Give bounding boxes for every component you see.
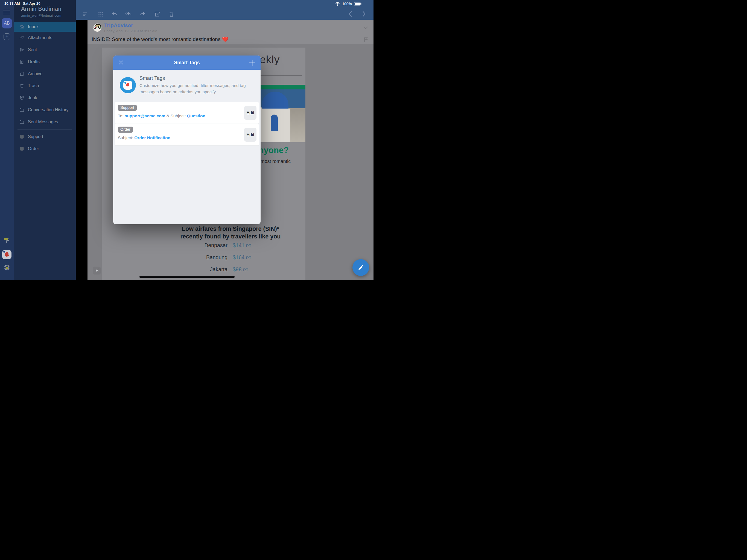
tag-criteria: Subject: Order Notification [118, 135, 170, 140]
trash-icon[interactable] [168, 11, 175, 18]
fares-title-line2: recently found by travellers like you [149, 233, 312, 240]
reply-all-icon[interactable] [125, 11, 132, 18]
fare-price[interactable]: $164 RT [233, 254, 251, 261]
sidebar-item-label: Support [28, 134, 43, 139]
collapse-header-chevron-icon[interactable] [363, 26, 368, 29]
fare-price[interactable]: $141 RT [233, 242, 251, 249]
home-indicator[interactable] [139, 276, 235, 278]
fares-title-line1: Low airfares from Singapore (SIN)* [149, 226, 312, 232]
document-icon [19, 59, 25, 65]
smart-tags-info-description: Customize how you get notified, filter m… [139, 82, 261, 95]
sidebar-item-label: Conversation History [28, 107, 69, 112]
bookmark-flag-icon[interactable] [364, 37, 368, 42]
sidebar-item-inbox[interactable]: Inbox [14, 22, 76, 32]
tag-icon [19, 146, 25, 152]
sidebar-item-label: Archive [28, 71, 42, 76]
sidebar-item-attachments[interactable]: Attachments [14, 32, 76, 44]
paint-roller-icon [3, 237, 10, 244]
personalization-button[interactable] [0, 237, 14, 244]
smart-tags-info-icon [120, 77, 136, 93]
arrow-left-dashed-icon [94, 268, 99, 273]
add-tag-icon[interactable] [249, 59, 256, 66]
sent-timestamp: Friday, April 19, 2019 at 9:37 AM [104, 29, 157, 33]
tag-card-support[interactable]: Support To: support@acme.com & Subject: … [115, 102, 259, 124]
paper-plane-icon [19, 47, 25, 52]
folder-icon [19, 119, 25, 125]
criteria-link-subject[interactable]: Order Notification [134, 135, 170, 140]
status-date: Sat Apr 20 [23, 1, 41, 5]
add-account-button[interactable]: + [4, 33, 10, 40]
sidebar-item-support-tag[interactable]: Support [14, 131, 76, 143]
grid-apps-icon[interactable] [98, 11, 104, 18]
smart-tags-info-title: Smart Tags [139, 75, 165, 81]
archive-box-icon [19, 71, 25, 77]
sidebar-item-archive[interactable]: Archive [14, 68, 76, 80]
folder-icon [19, 107, 25, 113]
account-name: Armin Budiman [21, 5, 76, 12]
tag-badge: Order [118, 127, 133, 133]
sender-avatar-tripadvisor [93, 24, 101, 32]
tag-card-order[interactable]: Order Subject: Order Notification Edit [115, 124, 259, 146]
sidebar-item-label: Junk [28, 96, 37, 100]
smart-tags-modal: Smart Tags Smart Tags Customize how you … [113, 55, 261, 224]
fare-city: Bandung [173, 254, 228, 261]
trash-icon [19, 83, 25, 88]
collapse-list-button[interactable] [93, 266, 101, 275]
sidebar-item-label: Sent Messages [28, 120, 58, 124]
criteria-link-to[interactable]: support@acme.com [125, 113, 165, 118]
archive-icon[interactable] [154, 11, 160, 18]
sender-name[interactable]: TripAdvisor [104, 22, 133, 28]
status-bar-right: 100% [335, 2, 361, 6]
sidebar-item-label: Inbox [28, 24, 38, 29]
battery-percent: 100% [342, 2, 352, 6]
paperclip-icon [19, 35, 25, 41]
app-root: 10:33 AM Sat Apr 20 AB + ⚙ [0, 0, 374, 280]
newsletter-headline-fragment: nyone? [259, 146, 289, 155]
fare-city: Denpasar [173, 242, 228, 249]
fare-city: Jakarta [173, 266, 228, 273]
criteria-link-subject[interactable]: Question [187, 113, 205, 118]
account-avatar[interactable]: AB [2, 18, 12, 28]
sidebar-item-order-tag[interactable]: Order [14, 143, 76, 155]
email-subject: INSIDE: Some of the world's most romanti… [92, 36, 228, 42]
previous-email-chevron[interactable] [347, 11, 353, 17]
sidebar-item-drafts[interactable]: Drafts [14, 56, 76, 68]
sidebar-item-label: Sent [28, 47, 37, 52]
email-header: TripAdvisor Friday, April 19, 2019 at 9:… [87, 20, 374, 44]
sidebar-item-sent[interactable]: Sent [14, 44, 76, 56]
edit-tag-button[interactable]: Edit [244, 128, 256, 142]
smart-tags-button[interactable] [0, 250, 14, 259]
battery-icon [354, 2, 361, 5]
status-bar-left: 10:33 AM Sat Apr 20 [4, 1, 40, 5]
inbox-icon [19, 24, 25, 29]
modal-title: Smart Tags [174, 60, 200, 66]
sort-filter-icon[interactable] [83, 12, 87, 17]
tag-criteria: To: support@acme.com & Subject: Question [118, 113, 205, 119]
reply-icon[interactable] [111, 11, 118, 18]
next-email-chevron[interactable] [361, 11, 367, 17]
wifi-icon [335, 2, 340, 6]
pencil-icon [357, 264, 364, 271]
modal-header: Smart Tags [113, 55, 261, 70]
sidebar-separator [18, 129, 72, 130]
settings-button[interactable]: ⚙ [0, 264, 14, 272]
close-icon[interactable] [119, 60, 123, 65]
fare-price[interactable]: $98 RT [233, 266, 248, 273]
sidebar-item-label: Order [28, 146, 39, 151]
smart-tags-app-icon [2, 250, 11, 259]
sidebar-item-conversation-history[interactable]: Conversation History [14, 104, 76, 116]
shield-x-icon [19, 95, 25, 101]
edit-tag-button[interactable]: Edit [244, 106, 256, 120]
sidebar-toggle-button[interactable] [3, 8, 10, 16]
forward-icon[interactable] [139, 11, 146, 18]
sidebar-item-sent-messages[interactable]: Sent Messages [14, 116, 76, 128]
tag-icon [19, 134, 25, 139]
compose-button[interactable] [353, 259, 369, 276]
sidebar-item-trash[interactable]: Trash [14, 80, 76, 92]
newsletter-masthead-fragment: ekly [260, 54, 280, 66]
status-time: 10:33 AM [4, 1, 20, 5]
sidebar-item-junk[interactable]: Junk [14, 92, 76, 104]
sidebar-item-label: Drafts [28, 59, 40, 64]
sidebar-item-label: Attachments [28, 35, 52, 40]
sidebar: Armin Budiman armin_wen@hotmail.com Inbo… [14, 0, 76, 280]
